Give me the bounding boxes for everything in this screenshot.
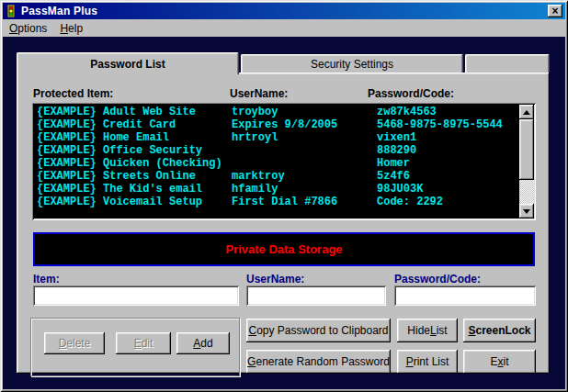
header-protected-item: Protected Item: <box>33 87 113 100</box>
list-cell: {EXAMPLE} Adult Web Site <box>37 106 196 118</box>
header-username: UserName: <box>230 87 288 100</box>
tab-security-settings[interactable]: Security Settings <box>241 54 463 73</box>
print-list-button[interactable]: Print List <box>397 350 458 374</box>
password-listbox[interactable]: {EXAMPLE} Adult Web Sitetroyboyzw87k4563… <box>32 103 536 220</box>
hide-list-button[interactable]: Hide List <box>397 319 458 342</box>
private-data-storage-banner: Private Data Storage <box>33 232 535 266</box>
list-cell: First Dial #7866 <box>232 196 337 208</box>
header-password-code: Password/Code: <box>368 87 454 100</box>
delete-button[interactable]: Delete <box>44 332 105 354</box>
list-item[interactable]: {EXAMPLE} Quicken (Checking)Homer <box>35 157 517 170</box>
list-item[interactable]: {EXAMPLE} Credit CardExpires 9/8/2005546… <box>35 118 517 131</box>
list-cell: 98JU03K <box>377 183 423 196</box>
list-item[interactable]: {EXAMPLE} Home Emailhrtroylvixen1 <box>35 131 517 144</box>
list-cell: {EXAMPLE} Streets Online <box>37 170 196 183</box>
arrow-down-icon <box>523 209 530 214</box>
exit-button[interactable]: Exit <box>463 350 536 374</box>
list-cell: vixen1 <box>377 131 416 144</box>
edit-button[interactable]: Edit <box>116 332 171 354</box>
arrow-up-icon <box>523 110 530 115</box>
window-title: PassMan Plus <box>21 5 97 17</box>
username-input[interactable] <box>246 286 386 306</box>
password-label: Password/Code: <box>394 273 481 286</box>
menu-options[interactable]: Options <box>3 20 53 37</box>
list-cell: Code: 2292 <box>377 196 443 208</box>
list-cell: 888290 <box>377 144 416 157</box>
list-cell: Expires 9/8/2005 <box>232 118 337 131</box>
list-cell: Homer <box>377 157 410 170</box>
generate-password-button[interactable]: Generate Random Password <box>246 350 391 374</box>
password-input[interactable] <box>394 286 536 306</box>
item-label: Item: <box>33 273 60 286</box>
list-cell: 5468-9875-8975-5544 <box>377 118 503 131</box>
list-cell: troyboy <box>232 106 278 118</box>
list-item[interactable]: {EXAMPLE} Office Security888290 <box>35 144 517 157</box>
list-cell: {EXAMPLE} Home Email <box>37 131 169 144</box>
list-cell: hrtroyl <box>232 131 278 144</box>
list-cell: hfamily <box>232 183 278 196</box>
scroll-down-button[interactable] <box>519 204 534 218</box>
scroll-up-button[interactable] <box>519 105 534 119</box>
menubar: Options Help <box>3 19 565 37</box>
titlebar: PassMan Plus × <box>3 3 565 19</box>
screenlock-button[interactable]: ScreenLock <box>463 319 536 342</box>
list-cell: {EXAMPLE} Voicemail Setup <box>37 196 202 208</box>
list-item[interactable]: {EXAMPLE} Streets Onlinemarktroy5z4f6 <box>35 170 517 183</box>
list-item[interactable]: {EXAMPLE} Adult Web Sitetroyboyzw87k4563 <box>35 106 517 118</box>
item-input[interactable] <box>33 286 239 306</box>
list-cell: 5z4f6 <box>377 170 410 183</box>
tab-row-filler <box>465 54 550 73</box>
username-label: UserName: <box>246 273 304 286</box>
list-item[interactable]: {EXAMPLE} The Kid's emailhfamily98JU03K <box>35 183 517 196</box>
list-cell: marktroy <box>232 170 285 183</box>
tab-password-list[interactable]: Password List <box>17 52 239 74</box>
scrollbar-thumb[interactable] <box>519 119 534 180</box>
copy-password-button[interactable]: Copy Password to Clipboard <box>246 319 391 342</box>
list-cell: {EXAMPLE} Office Security <box>37 144 202 157</box>
list-item[interactable]: {EXAMPLE} Voicemail SetupFirst Dial #786… <box>35 196 517 208</box>
list-cell: {EXAMPLE} The Kid's email <box>37 183 202 196</box>
add-button[interactable]: Add <box>176 332 230 354</box>
menu-help[interactable]: Help <box>53 20 89 37</box>
password-list-rows: {EXAMPLE} Adult Web Sitetroyboyzw87k4563… <box>35 106 517 218</box>
list-cell: {EXAMPLE} Credit Card <box>37 118 176 131</box>
app-window: PassMan Plus × Options Help Password Lis… <box>0 0 568 392</box>
list-cell: {EXAMPLE} Quicken (Checking) <box>37 157 222 170</box>
list-cell: zw87k4563 <box>377 106 437 118</box>
close-button[interactable]: × <box>548 5 562 17</box>
list-scrollbar[interactable] <box>519 105 534 218</box>
traffic-light-icon <box>5 5 17 17</box>
